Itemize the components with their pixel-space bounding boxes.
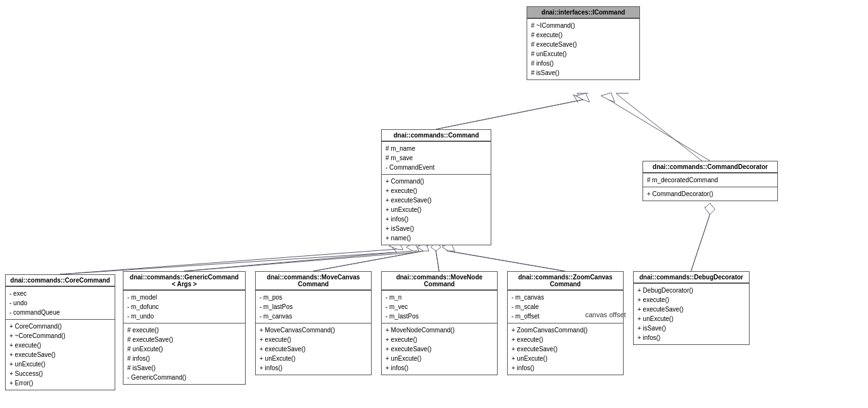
icommand-methods: # ~ICommand() # execute() # executeSave(… — [527, 18, 639, 79]
command-method-3: + executeSave() — [385, 195, 487, 205]
genericcommand-attr-1: - m_model — [127, 293, 241, 302]
movenode-attr-3: - m_lastPos — [385, 312, 493, 321]
zoomcanvas-methods: + ZoomCanvasCommand() + execute() + exec… — [508, 323, 623, 375]
movecanvas-attr-1: - m_pos — [260, 293, 367, 302]
movecanvas-methods: + MoveCanvasCommand() + execute() + exec… — [256, 323, 371, 375]
corecommand-method-5: + unExcute() — [9, 359, 111, 369]
movecanvas-method-4: + unExcute() — [260, 354, 367, 363]
zoomcanvas-method-4: + unExcute() — [511, 354, 619, 363]
svg-marker-23 — [705, 203, 715, 214]
corecommand-attr-1: - exec — [9, 289, 111, 298]
genericcommand-method-6: - GenericCommand() — [127, 373, 241, 382]
movecanvas-attr-3: - m_canvas — [260, 312, 367, 321]
svg-line-1 — [624, 100, 710, 167]
command-method-5: + infos() — [385, 214, 487, 224]
corecommand-method-6: + Success() — [9, 369, 111, 378]
svg-line-8 — [436, 100, 583, 129]
command-title: dnai::commands::Command — [382, 130, 491, 141]
svg-line-3 — [184, 252, 416, 271]
movecanvas-method-5: + infos() — [260, 363, 367, 373]
genericcommand-methods: # execute() # executeSave() # unExcute()… — [123, 323, 245, 384]
genericcommand-title: dnai::commands::GenericCommand< Args > — [123, 272, 245, 290]
movenode-method-1: + MoveNodeCommand() — [385, 325, 493, 335]
corecommand-method-4: + executeSave() — [9, 350, 111, 359]
movenode-attr-2: - m_vec — [385, 302, 493, 312]
movecanvas-method-3: + executeSave() — [260, 344, 367, 354]
debugdecorator-title: dnai::commands::DebugDecorator — [634, 272, 749, 283]
diagram-container: dnai::interfaces::ICommand # ~ICommand()… — [0, 0, 868, 408]
icommand-line-4: # unExcute() — [531, 49, 636, 59]
corecommand-method-7: + Error() — [9, 378, 111, 388]
corecommand-attr-2: - undo — [9, 298, 111, 308]
command-attr-2: # m_save — [385, 153, 487, 163]
corecommand-method-3: + execute() — [9, 341, 111, 350]
movenode-method-2: + execute() — [385, 335, 493, 344]
icommand-title: dnai::interfaces::ICommand — [527, 7, 639, 18]
movenode-method-3: + executeSave() — [385, 344, 493, 354]
command-method-1: + Command() — [385, 177, 487, 186]
debugdecorator-method-6: + infos() — [637, 333, 745, 342]
movecanvas-attrs: - m_pos - m_lastPos - m_canvas — [256, 290, 371, 323]
svg-line-22 — [691, 214, 710, 271]
genericcommand-attr-2: - m_dofunc — [127, 302, 241, 312]
movecanvas-method-2: + execute() — [260, 335, 367, 344]
svg-line-7 — [691, 214, 710, 271]
zoomcanvas-box: dnai::commands::ZoomCanvasCommand - m_ca… — [507, 271, 624, 375]
icommand-line-6: # isSave() — [531, 68, 636, 78]
svg-line-12 — [60, 249, 397, 274]
command-method-2: + execute() — [385, 186, 487, 195]
movenode-attrs: - m_n - m_vec - m_lastPos — [382, 290, 497, 323]
movenode-box: dnai::commands::MoveNodeCommand - m_n - … — [381, 271, 498, 375]
icommand-line-5: # infos() — [531, 59, 636, 68]
command-methods: + Command() + execute() + executeSave() … — [382, 174, 491, 245]
icommand-line-3: # executeSave() — [531, 40, 636, 49]
genericcommand-method-1: # execute() — [127, 325, 241, 335]
genericcommand-method-2: # executeSave() — [127, 335, 241, 344]
zoomcanvas-method-1: + ZoomCanvasCommand() — [511, 325, 619, 335]
command-attr-1: # m_name — [385, 144, 487, 153]
commanddecorator-attr-1: # m_decoratedCommand — [647, 175, 774, 185]
svg-line-16 — [313, 251, 423, 271]
svg-marker-11 — [601, 93, 615, 102]
svg-line-20 — [448, 251, 565, 271]
command-attrs: # m_name # m_save - CommandEvent — [382, 141, 491, 174]
commanddecorator-method-1: + CommandDecorator() — [647, 189, 774, 199]
debugdecorator-methods: + DebugDecorator() + execute() + execute… — [634, 283, 749, 344]
icommand-line-1: # ~ICommand() — [531, 21, 636, 30]
commanddecorator-attrs: # m_decoratedCommand — [643, 173, 777, 187]
genericcommand-attr-3: - m_undo — [127, 312, 241, 321]
commanddecorator-title: dnai::commands::CommandDecorator — [643, 161, 777, 173]
genericcommand-method-3: # unExcute() — [127, 344, 241, 354]
svg-marker-9 — [576, 93, 590, 102]
movenode-method-4: + unExcute() — [385, 354, 493, 363]
zoomcanvas-method-5: + infos() — [511, 363, 619, 373]
genericcommand-attrs: - m_model - m_dofunc - m_undo — [123, 290, 245, 323]
movenode-methods: + MoveNodeCommand() + execute() + execut… — [382, 323, 497, 375]
debugdecorator-method-3: + executeSave() — [637, 305, 745, 314]
command-method-6: + isSave() — [385, 224, 487, 233]
corecommand-attrs: - exec - undo - commandQueue — [6, 286, 115, 319]
zoomcanvas-attr-2: - m_scale — [511, 302, 619, 312]
movenode-attr-1: - m_n — [385, 293, 493, 302]
corecommand-method-2: + ~CoreCommand() — [9, 331, 111, 341]
svg-line-14 — [184, 251, 413, 271]
movecanvas-method-1: + MoveCanvasCommand() — [260, 325, 367, 335]
command-attr-3: - CommandEvent — [385, 163, 487, 172]
corecommand-box: dnai::commands::CoreCommand - exec - und… — [5, 274, 115, 390]
zoomcanvas-title: dnai::commands::ZoomCanvasCommand — [508, 272, 623, 290]
debugdecorator-box: dnai::commands::DebugDecorator + DebugDe… — [633, 271, 750, 345]
svg-line-6 — [447, 251, 565, 271]
commanddecorator-box: dnai::commands::CommandDecorator # m_dec… — [642, 161, 778, 201]
svg-line-5 — [436, 251, 439, 271]
genericcommand-method-5: # isSave() — [127, 363, 241, 373]
svg-line-18 — [436, 251, 439, 271]
command-method-4: + unExcute() — [385, 205, 487, 214]
debugdecorator-method-1: + DebugDecorator() — [637, 286, 745, 295]
icommand-box: dnai::interfaces::ICommand # ~ICommand()… — [527, 6, 640, 80]
movenode-title: dnai::commands::MoveNodeCommand — [382, 272, 497, 290]
corecommand-title: dnai::commands::CoreCommand — [6, 275, 115, 286]
zoomcanvas-method-2: + execute() — [511, 335, 619, 344]
svg-line-0 — [436, 100, 583, 129]
genericcommand-method-4: # infos() — [127, 354, 241, 363]
svg-line-4 — [313, 251, 423, 271]
